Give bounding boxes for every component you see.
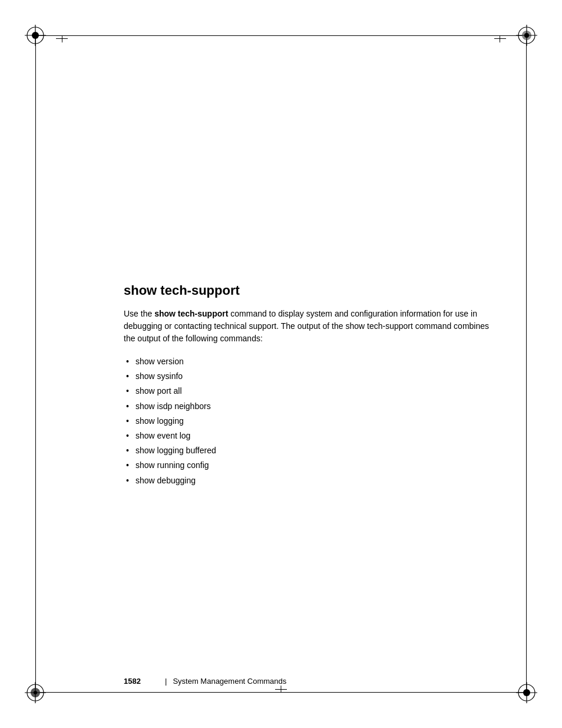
reg-mark-bottom-left [25, 682, 46, 703]
content-area: show tech-support Use the show tech-supp… [124, 283, 491, 657]
tick-top-right-v [500, 35, 500, 42]
list-item: show running config [124, 458, 491, 473]
list-item: show port all [124, 384, 491, 398]
list-item: show sysinfo [124, 369, 491, 384]
list-item: show event log [124, 429, 491, 443]
page-border-top [35, 35, 527, 36]
footer: 1582 | System Management Commands [124, 677, 491, 686]
tick-top-right-h [494, 38, 506, 39]
page-border-right [526, 35, 527, 693]
list-item: show logging buffered [124, 443, 491, 458]
reg-mark-top-left [25, 25, 46, 46]
tick-top-left-h [56, 38, 68, 39]
list-item: show logging [124, 414, 491, 429]
section-intro: Use the show tech-support command to dis… [124, 308, 491, 345]
tick-bottom-center-h [275, 689, 287, 690]
footer-text: System Management Commands [173, 677, 286, 686]
page-number: 1582 [124, 677, 159, 686]
list-item: show version [124, 354, 491, 369]
reg-mark-top-right [516, 25, 537, 46]
list-item: show debugging [124, 473, 491, 488]
page-border-left [35, 35, 36, 693]
bullet-list: show versionshow sysinfoshow port allsho… [124, 354, 491, 488]
intro-bold: show tech-support [154, 309, 228, 318]
list-item: show isdp neighbors [124, 399, 491, 414]
footer-separator: | [165, 677, 167, 686]
section-title: show tech-support [124, 283, 491, 298]
tick-top-left-v [62, 35, 62, 42]
reg-mark-bottom-right [516, 682, 537, 703]
